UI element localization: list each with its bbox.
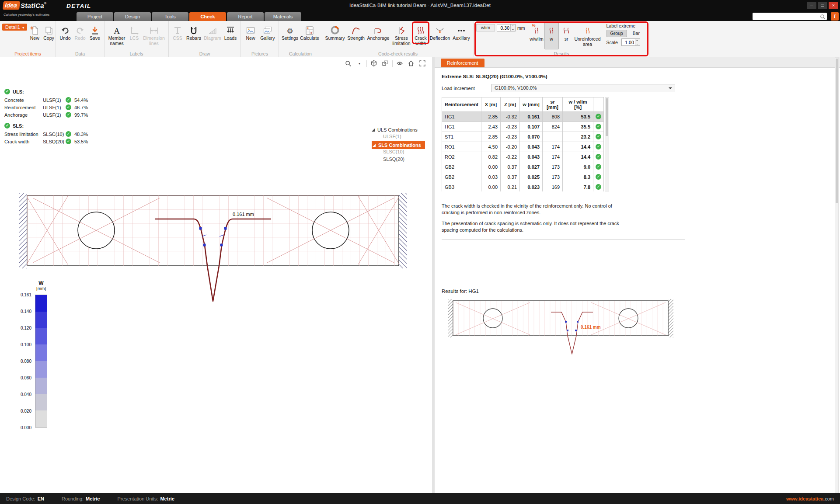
table-row[interactable]: RO2 0.82 -0.22 0.043 174 14.4 (442, 152, 604, 162)
dimension-icon (149, 24, 159, 36)
strength-curve-icon (351, 24, 361, 36)
tab-reinforcement[interactable]: Reinforcement (441, 59, 484, 67)
save-button[interactable]: Save (88, 22, 102, 42)
visibility-icon[interactable] (395, 59, 404, 67)
home-view-icon[interactable] (407, 59, 415, 67)
group-caption-pictures: Pictures (241, 51, 279, 56)
info-button[interactable]: i (831, 12, 839, 21)
table-row[interactable]: GB2 0.00 0.37 0.027 173 9.0 (442, 162, 604, 172)
rounding-label: Rounding: (62, 496, 84, 501)
calculate-button[interactable]: Calculate (300, 22, 320, 42)
zoom-dropdown-icon[interactable] (355, 59, 364, 67)
axes-icon (129, 24, 139, 36)
website-link[interactable]: www.ideastatica.com (786, 496, 834, 501)
group-toggle[interactable]: Group (606, 30, 627, 37)
wlim-label: wlim (476, 24, 495, 31)
wlim-spinner[interactable] (510, 24, 515, 31)
redo-button[interactable]: Redo (73, 22, 87, 42)
anchorage-button[interactable]: Anchorage (366, 22, 390, 42)
scrollbar-thumb[interactable] (836, 59, 838, 203)
load-increment-select[interactable]: G100.0%, V100.0% (491, 84, 675, 92)
tab-design[interactable]: Design (114, 12, 151, 21)
table-row[interactable]: RO1 4.50 -0.20 0.043 174 14.4 (442, 142, 604, 152)
tab-report[interactable]: Report (227, 12, 264, 21)
ribbon-group-pictures: New Gallery Pictures (241, 21, 279, 57)
gear-icon (286, 24, 293, 36)
settings-button[interactable]: Settings (281, 22, 299, 42)
css-button[interactable]: CSS (171, 22, 184, 42)
diagram-button[interactable]: Diagram (203, 22, 222, 42)
minimize-button[interactable]: – (807, 2, 816, 9)
tree-expand-icon (372, 129, 375, 132)
bar-toggle[interactable]: Bar (629, 30, 644, 37)
scale-input[interactable] (622, 39, 635, 45)
ribbon-group-calculation: Settings Calculate Calculation (279, 21, 322, 57)
crack-spacing-note: The presentation of crack spacing is sch… (442, 220, 622, 233)
scrollbar-thumb[interactable] (606, 98, 608, 136)
col-w: w [mm] (520, 97, 543, 112)
new-document-icon (29, 24, 40, 36)
pass-check-icon (4, 89, 10, 94)
table-row[interactable]: HG1 2.85 -0.32 0.161 808 53.5 (442, 112, 604, 122)
tab-materials[interactable]: Materials (265, 12, 301, 21)
table-row[interactable]: HG1 2.43 -0.23 0.107 824 35.5 (442, 122, 604, 132)
pass-check-icon (66, 139, 71, 144)
w-toggle[interactable]: w (544, 22, 559, 49)
table-scrollbar[interactable] (605, 97, 609, 191)
unreinforced-area-icon (584, 24, 592, 36)
dimension-lines-button[interactable]: Dimension lines (142, 22, 166, 46)
new-project-item-button[interactable]: New (28, 22, 41, 42)
label-extreme-label: Label extreme (606, 23, 644, 28)
redo-icon (75, 24, 85, 36)
maximize-button[interactable] (818, 2, 827, 9)
model-canvas[interactable]: ULS: ConcreteULSF(1)54.4% ReinforcementU… (0, 57, 432, 493)
crack-width-button[interactable]: Crack width (413, 22, 429, 46)
projection-view-icon[interactable] (381, 59, 390, 67)
deflection-button[interactable]: Deflection (429, 22, 450, 42)
auxiliary-button[interactable]: Auxiliary (451, 22, 471, 42)
search-input[interactable] (754, 13, 819, 19)
tree-item-slsc10[interactable]: SLSC(10) (372, 149, 425, 156)
sr-toggle[interactable]: sr (559, 22, 574, 49)
scale-spinner[interactable] (635, 39, 640, 45)
summary-button[interactable]: Summary (324, 22, 345, 42)
tree-item-slsq20[interactable]: SLSQ(20) (372, 156, 425, 164)
detail1-dropdown[interactable]: Detail1 (2, 24, 27, 31)
zoom-tool-icon[interactable] (344, 59, 352, 67)
loads-button[interactable]: Loads (223, 22, 238, 42)
scale-tick-labels: 0.161 0.140 0.120 0.100 0.080 0.060 0.04… (12, 295, 31, 428)
close-button[interactable]: × (829, 2, 838, 9)
tree-item-sls-combinations[interactable]: SLS Combinations (372, 141, 425, 149)
lcs-button[interactable]: LCS (128, 22, 141, 42)
strength-button[interactable]: Strength (346, 22, 366, 42)
stress-limitation-button[interactable]: Stress limitation (391, 22, 412, 46)
opening-left (483, 309, 502, 328)
tree-item-ulsf1[interactable]: ULSF(1) (372, 134, 425, 141)
rebars-button[interactable]: Rebars (185, 22, 202, 42)
toolbar-separator (392, 60, 393, 67)
undo-button[interactable]: Undo (58, 22, 72, 42)
wlim-input[interactable] (497, 24, 510, 31)
app-logo: Idea StatiCa® DETAIL Calculate yesterday… (0, 0, 94, 21)
save-icon (90, 24, 100, 36)
copy-project-item-button[interactable]: Copy (42, 22, 56, 42)
fit-view-icon[interactable] (418, 59, 427, 67)
tab-tools[interactable]: Tools (152, 12, 188, 21)
unreinforced-area-toggle[interactable]: Unreinforced area (574, 22, 601, 49)
tree-item-uls-combinations[interactable]: ULS Combinations (372, 126, 425, 134)
table-row[interactable]: GB2 0.03 0.37 0.025 173 8.3 (442, 172, 604, 182)
member-names-button[interactable]: A Member names (107, 22, 127, 46)
isometric-view-icon[interactable] (369, 59, 378, 67)
table-row[interactable]: ST1 2.85 -0.23 0.070 23.2 (442, 132, 604, 142)
table-row[interactable]: GB3 0.00 0.21 0.023 169 7.8 (442, 182, 604, 192)
ribbon-group-results: wlim mm % w/wlim w sr (474, 21, 649, 57)
w-wlim-toggle[interactable]: % w/wlim (530, 22, 544, 49)
group-caption-project-items: Project items (0, 51, 56, 56)
units-value: Metric (160, 496, 174, 501)
panel-scrollbar[interactable] (835, 57, 839, 493)
tab-check[interactable]: Check (189, 12, 226, 21)
picture-new-button[interactable]: New (243, 22, 258, 42)
pass-check-icon (66, 97, 71, 103)
summary-row: AnchorageULSF(1)99.7% (4, 111, 88, 118)
gallery-button[interactable]: Gallery (259, 22, 276, 42)
